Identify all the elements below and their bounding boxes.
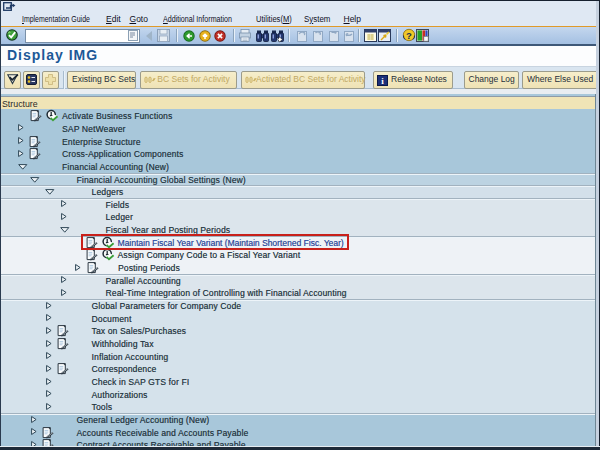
svg-text:?: ? <box>406 30 412 41</box>
